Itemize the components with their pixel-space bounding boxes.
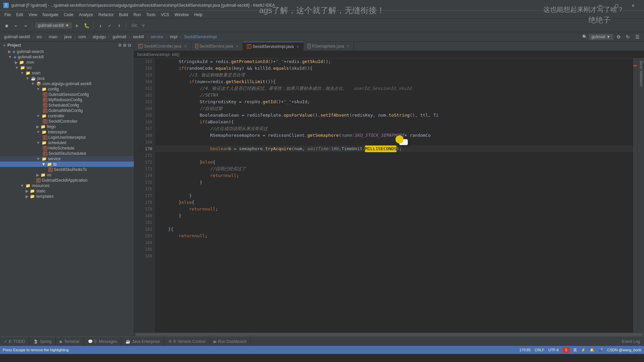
tree-resources[interactable]: ▼ 📁 resources	[0, 183, 134, 188]
project-expand[interactable]: ⊞	[123, 43, 126, 48]
nav-module-dropdown[interactable]: gulimall ▼	[589, 34, 613, 40]
tab-seckill-service-impl[interactable]: C SeckillServiceImpl.java ×	[243, 42, 304, 51]
tab-rsemaphore[interactable]: I RSemaphore.java ×	[304, 42, 354, 51]
tree-gulimall-search[interactable]: ▶ ◈ gulimall-search	[0, 49, 134, 54]
tab-close-impl[interactable]: ×	[297, 44, 299, 49]
close-button[interactable]: ✕	[626, 0, 641, 11]
toolbar-back[interactable]: ←	[12, 21, 20, 29]
project-header[interactable]: ▼ Project ⚙ ⊞ ⊟	[0, 42, 134, 49]
tree-to[interactable]: ▼ 📁 to	[0, 162, 134, 167]
nav-impl[interactable]: impl	[169, 34, 179, 40]
tree-gulimall-seckill[interactable]: ▼ ◈ gulimall-seckill	[0, 54, 134, 60]
bottom-tab-messages[interactable]: 💬 0: Messages	[84, 337, 122, 346]
nav-settings[interactable]: ⚙	[614, 33, 623, 41]
run-button[interactable]: ▶	[73, 21, 81, 29]
tab-seckill-service[interactable]: I SeckillService.java ×	[191, 42, 243, 51]
tree-static[interactable]: ▶ 📁 static	[0, 188, 134, 194]
menu-build[interactable]: Build	[116, 11, 131, 19]
menu-refactor[interactable]: Refactor	[96, 11, 116, 19]
tree-gulimall-web-config[interactable]: C GulimallWebConfig	[0, 108, 134, 113]
tree-service[interactable]: ▼ 📁 service	[0, 156, 134, 162]
tree-templates[interactable]: ▶ 📁 templates	[0, 194, 134, 199]
minimize-button[interactable]: ─	[593, 0, 608, 11]
breadcrumb-class[interactable]: SeckillServiceImpl	[137, 52, 169, 57]
nav-seckill[interactable]: seckill	[131, 34, 145, 40]
nav-src[interactable]: src	[35, 34, 43, 40]
nav-structure[interactable]: ☰	[633, 33, 641, 41]
tree-package[interactable]: ▼ 📦 com.atguigu.gulimall.seckill	[0, 81, 134, 86]
menu-file[interactable]: File	[2, 11, 13, 19]
code-content[interactable]: String skuId = redis.getPromotionId()+"_…	[155, 58, 633, 333]
nav-search-icon[interactable]: 🔍	[582, 35, 587, 39]
nav-seckill-service-impl[interactable]: SeckillServiceImpl	[183, 34, 218, 40]
tab-close-controller[interactable]: ×	[184, 44, 187, 49]
tree-scheduled-config[interactable]: C ScheduledConfig	[0, 103, 134, 108]
horizontal-scrollbar[interactable]	[134, 333, 644, 337]
tab-seckill-controller[interactable]: C SeckillController.java ×	[134, 42, 191, 51]
tree-hello-schedule[interactable]: C HelloSchedule	[0, 145, 134, 151]
menu-code[interactable]: Code	[61, 11, 76, 19]
bottom-tabs: ✓ 6: TODO 🍃 Spring ▶ Terminal 💬 0: Messa…	[0, 337, 644, 346]
debug-button[interactable]: 🐛	[83, 21, 91, 29]
bottom-tab-java-enterprise[interactable]: ☕ Java Enterprise	[121, 337, 164, 346]
menu-run[interactable]: Run	[131, 11, 144, 19]
breadcrumb-method[interactable]: kill()	[172, 52, 179, 57]
tree-scheduled[interactable]: ▼ 📁 scheduled	[0, 140, 134, 145]
bottom-tab-spring[interactable]: 🍃 Spring	[29, 337, 56, 346]
side-label-bean[interactable]: Bean Validation	[638, 58, 644, 89]
nav-java[interactable]: java	[63, 34, 73, 40]
tree-seckill-sku-scheduled[interactable]: C SeckillSkuScheduled	[0, 151, 134, 156]
spring-icon: 🍃	[33, 339, 38, 344]
tree-config[interactable]: ▼ 📁 config	[0, 86, 134, 92]
git-update[interactable]: ↓	[96, 21, 104, 29]
nav-main[interactable]: main	[47, 34, 59, 40]
tree-mvn[interactable]: ▶ 📁 .mvn	[0, 60, 134, 65]
tree-gulimall-session-config[interactable]: C GulimallSessionConfig	[0, 92, 134, 97]
maximize-button[interactable]: □	[609, 0, 624, 11]
menu-tools[interactable]: Tools	[144, 11, 158, 19]
tab-close-service[interactable]: ×	[236, 44, 238, 49]
git-push[interactable]: ↑	[115, 21, 123, 29]
menu-help[interactable]: Help	[192, 11, 205, 19]
menu-analyze[interactable]: Analyze	[76, 11, 96, 19]
bottom-tab-run-dashboard[interactable]: ▶ Run Dashboard	[210, 337, 251, 346]
nav-service[interactable]: service	[149, 34, 165, 40]
run-config-dropdown[interactable]: gulimall-seckill ▼	[35, 22, 72, 28]
bottom-tab-terminal[interactable]: ▶ Terminal	[56, 337, 84, 346]
menu-edit[interactable]: Edit	[13, 11, 26, 19]
nav-com[interactable]: com	[77, 34, 87, 40]
git-commit[interactable]: ✓	[106, 21, 114, 29]
tree-seckill-controller[interactable]: C SeckillController	[0, 119, 134, 124]
tab-close-rsemaphore[interactable]: ×	[347, 44, 350, 49]
toolbar-forward[interactable]: →	[21, 21, 30, 29]
tree-gulimall-seckill-app[interactable]: C GulimallSeckillApplication	[0, 178, 134, 183]
menu-vcs[interactable]: VCS	[158, 11, 172, 19]
project-gear[interactable]: ⚙	[118, 43, 122, 48]
tree-src[interactable]: ▼ 📁 src	[0, 65, 134, 70]
code-line-171	[155, 152, 633, 159]
tree-main[interactable]: ▼ 📁 main	[0, 70, 134, 76]
status-crlf[interactable]: CRLF	[535, 348, 544, 352]
tree-controller[interactable]: ▼ 📁 controller	[0, 113, 134, 119]
tree-my-redisson-config[interactable]: C MyRedissonConfig	[0, 97, 134, 103]
project-collapse[interactable]: ⊟	[128, 43, 131, 48]
tree-seckill-sku-redis-to[interactable]: C SeckillSkuRedisTo	[0, 167, 134, 172]
event-log[interactable]: Event Log	[618, 337, 644, 346]
menu-window[interactable]: Window	[172, 11, 192, 19]
nav-gulimall[interactable]: gulimall	[111, 34, 127, 40]
nav-gulimall-seckill[interactable]: gulimall-seckill	[3, 34, 31, 40]
status-position[interactable]: 170:95	[519, 348, 531, 352]
bottom-tab-version-control[interactable]: ⑨ 9: Version Control	[164, 337, 210, 346]
tree-login-user-interceptor[interactable]: C LoginUserInterceptor	[0, 135, 134, 140]
git-branches[interactable]: ⑂	[139, 21, 147, 29]
tree-interceptor[interactable]: ▼ 📁 interceptor	[0, 129, 134, 135]
tree-vo[interactable]: ▶ 📁 vo	[0, 172, 134, 178]
status-encoding[interactable]: UTF-8	[548, 348, 559, 352]
tree-java[interactable]: ▼ ☕ java	[0, 76, 134, 81]
menu-view[interactable]: View	[26, 11, 40, 19]
bottom-tab-todo[interactable]: ✓ 6: TODO	[0, 337, 29, 346]
nav-sync[interactable]: ↻	[624, 33, 632, 41]
tree-feign[interactable]: ▶ 📁 feign	[0, 124, 134, 129]
menu-navigate[interactable]: Navigate	[40, 11, 61, 19]
nav-atguigu[interactable]: atguigu	[91, 34, 107, 40]
